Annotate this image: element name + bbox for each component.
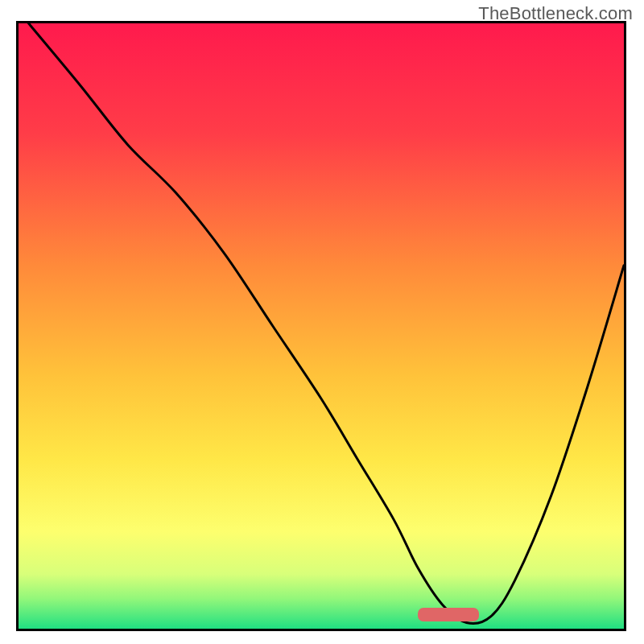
bottleneck-curve	[19, 23, 624, 629]
sweet-spot-marker	[418, 608, 478, 621]
chart-frame	[16, 21, 626, 631]
watermark-text: TheBottleneck.com	[478, 3, 633, 24]
